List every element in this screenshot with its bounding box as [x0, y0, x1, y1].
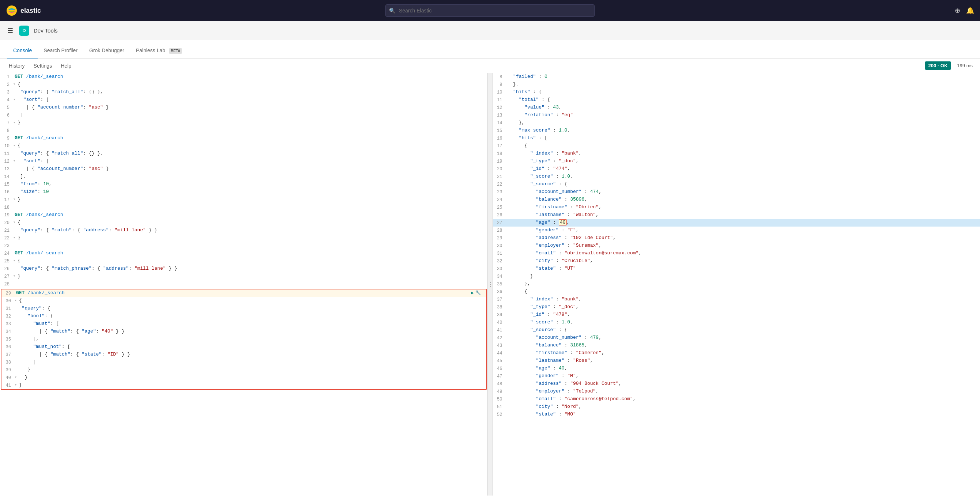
- table-row: 30 "employer" : "Suremax",: [493, 242, 980, 249]
- main-content: 1 GET /bank/_search 2 ▾ { 3 "query": { "…: [0, 73, 980, 495]
- table-row: 20 "_id" : "474",: [493, 165, 980, 173]
- editor-panel[interactable]: 1 GET /bank/_search 2 ▾ { 3 "query": { "…: [0, 73, 488, 495]
- table-row: 3 "query": { "match_all": {} },: [0, 89, 487, 96]
- table-row: 25 "firstname" : "Obrien",: [493, 203, 980, 211]
- table-row: 2 ▾ {: [0, 81, 487, 89]
- history-button[interactable]: History: [7, 62, 26, 70]
- table-row: 15 "from": 10,: [0, 181, 487, 188]
- table-row: 15 "max_score" : 1.0,: [493, 127, 980, 135]
- table-row: 36 "must_not": [: [2, 343, 486, 351]
- notifications-icon-button[interactable]: 🔔: [966, 6, 974, 14]
- tab-search-profiler[interactable]: Search Profiler: [38, 43, 83, 59]
- table-row: 6 ]: [0, 111, 487, 119]
- table-row: 31 "email" : "obrienwalton@suremax.com",: [493, 249, 980, 257]
- table-row: 26 "lastname" : "Walton",: [493, 211, 980, 219]
- table-row: 1 GET /bank/_search: [0, 73, 487, 81]
- tab-console[interactable]: Console: [7, 43, 38, 59]
- table-row: 41 "_source" : {: [493, 326, 980, 334]
- table-row: 41 ▾ }: [2, 381, 486, 389]
- table-row: 34 }: [493, 273, 980, 280]
- table-row: 33 "state" : "UT": [493, 265, 980, 273]
- table-row: 51 "city" : "Nord",: [493, 403, 980, 411]
- table-row: 24 GET /bank/_search: [0, 249, 487, 257]
- table-row: 11 "query": { "match_all": {} },: [0, 150, 487, 157]
- search-icon: 🔍: [389, 8, 395, 14]
- settings-button[interactable]: Settings: [32, 62, 54, 70]
- dev-tools-badge: D: [19, 25, 29, 36]
- time-badge: 199 ms: [957, 63, 973, 68]
- table-row: 38 "_type" : "_doc",: [493, 303, 980, 311]
- search-bar[interactable]: 🔍: [385, 5, 595, 17]
- table-row: 16 "hits" : [: [493, 135, 980, 142]
- response-panel[interactable]: 8 "failed" : 0 9 }, 10 "hits" : { 11 "to…: [493, 73, 980, 495]
- table-row: 46 "age" : 40,: [493, 365, 980, 372]
- table-row: 30 ▾ {: [2, 297, 486, 305]
- beta-badge: BETA: [169, 48, 182, 54]
- help-icon-button[interactable]: ⊕: [955, 6, 960, 14]
- editor-code-area: 1 GET /bank/_search 2 ▾ { 3 "query": { "…: [0, 73, 487, 390]
- table-row: 10 ▾ {: [0, 142, 487, 150]
- table-row: 14 ],: [0, 173, 487, 181]
- tab-bar: Console Search Profiler Grok Debugger Pa…: [0, 40, 980, 59]
- search-input[interactable]: [385, 5, 595, 17]
- top-navbar: elastic 🔍 ⊕ 🔔: [0, 0, 980, 21]
- help-button[interactable]: Help: [59, 62, 73, 70]
- table-row: 13 | { "account_number": "asc" }: [0, 165, 487, 173]
- table-row: 38 ]: [2, 359, 486, 366]
- table-row: 20 ▾ {: [0, 219, 487, 227]
- table-row: 25 ▾ {: [0, 257, 487, 265]
- table-row: 31 "query": {: [2, 305, 486, 313]
- table-row: 47 "gender" : "M",: [493, 372, 980, 380]
- table-row: 9 },: [493, 81, 980, 89]
- panel-divider[interactable]: ⋮: [488, 73, 493, 495]
- table-row: 17 {: [493, 142, 980, 150]
- table-row: 19 "_type" : "_doc",: [493, 157, 980, 165]
- app-title: Dev Tools: [33, 27, 58, 33]
- table-row: 33 "must": [: [2, 320, 486, 328]
- hamburger-button[interactable]: ☰: [6, 25, 14, 36]
- wrench-icon[interactable]: 🔧: [476, 289, 481, 297]
- table-row: 24 "balance" : 35896,: [493, 196, 980, 203]
- table-row: 7 ▾ }: [0, 119, 487, 127]
- selected-query-block: 29 GET /bank/_search ▶ 🔧 30 ▾ { 31 "quer…: [1, 289, 487, 390]
- table-row: 16 "size": 10: [0, 188, 487, 196]
- table-row: 35 ],: [2, 335, 486, 343]
- table-row: 29 "address" : "192 Ide Court",: [493, 234, 980, 242]
- table-row: 36 {: [493, 288, 980, 295]
- table-row: 14 },: [493, 119, 980, 127]
- elastic-logo[interactable]: elastic: [6, 5, 41, 16]
- table-row: 19 GET /bank/_search: [0, 211, 487, 219]
- table-row: 28: [0, 280, 487, 288]
- table-row: 21 "query": { "match": { "address": "mil…: [0, 227, 487, 234]
- table-row: 12 ▾ "sort": [: [0, 157, 487, 165]
- table-row: 42 "account_number" : 479,: [493, 334, 980, 342]
- table-row: 23 "account_number" : 474,: [493, 188, 980, 196]
- tab-grok-debugger[interactable]: Grok Debugger: [83, 43, 130, 59]
- table-row: 23: [0, 242, 487, 249]
- table-row: 8: [0, 127, 487, 135]
- run-icon[interactable]: ▶: [471, 289, 474, 297]
- table-row: 18 "_index" : "bank",: [493, 150, 980, 157]
- table-row: 29 GET /bank/_search ▶ 🔧: [2, 289, 486, 297]
- table-row: 8 "failed" : 0: [493, 73, 980, 81]
- table-row: 48 "address" : "904 Bouck Court",: [493, 380, 980, 388]
- svg-point-0: [6, 5, 17, 16]
- table-row: 11 "total" : {: [493, 96, 980, 104]
- table-row: 39 }: [2, 366, 486, 374]
- elastic-logo-text: elastic: [21, 7, 41, 14]
- search-bar-container: 🔍: [385, 5, 595, 17]
- table-row: 37 "_index" : "bank",: [493, 295, 980, 303]
- table-row: 32 "city" : "Crucible",: [493, 257, 980, 265]
- table-row: 17 ▾ }: [0, 196, 487, 203]
- table-row: 27 ▾ }: [0, 273, 487, 280]
- table-row: 22 ▾ }: [0, 234, 487, 242]
- table-row: 50 "email" : "cameronross@telpod.com",: [493, 395, 980, 403]
- table-row: 21 "_score" : 1.0,: [493, 173, 980, 181]
- table-row: 49 "employer" : "Telpod",: [493, 388, 980, 395]
- toolbar: History Settings Help 200 - OK 199 ms: [0, 59, 980, 73]
- table-row: 37 | { "match": { "state": "ID" } }: [2, 351, 486, 359]
- table-row: 35 },: [493, 280, 980, 288]
- table-row: 9 GET /bank/_search: [0, 135, 487, 142]
- table-row: 44 "firstname" : "Cameron",: [493, 349, 980, 357]
- tab-painless-lab[interactable]: Painless Lab BETA: [130, 43, 188, 59]
